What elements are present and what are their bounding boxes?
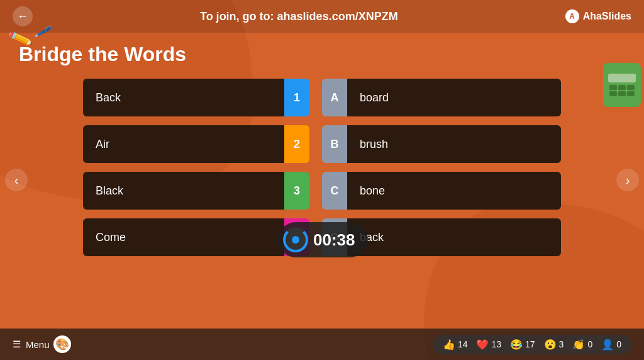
reactions-bar: 👍 14 ❤️ 13 😂 17 😮 3 👏 0 👤 0 [433, 335, 631, 354]
reaction-user[interactable]: 👤 0 [601, 339, 621, 351]
laugh-count: 17 [525, 339, 535, 349]
answer-word-c: bone [347, 172, 561, 210]
join-prefix: To join, go to: [200, 10, 277, 23]
list-item[interactable]: Black 3 [83, 172, 309, 210]
join-url: ahaslides.com/XNPZM [277, 10, 398, 23]
list-item[interactable]: Air 2 [83, 125, 309, 163]
reaction-heart[interactable]: ❤️ 13 [476, 339, 501, 351]
word-number-3: 3 [284, 172, 309, 210]
heart-icon: ❤️ [476, 339, 489, 351]
left-column: Back 1 Air 2 Black 3 Come 4 [83, 79, 309, 256]
reaction-clap[interactable]: 👏 0 [572, 339, 592, 351]
word-label-4: Come [83, 218, 284, 256]
palette-icon: 🎨 [53, 335, 71, 353]
back-arrow-icon: ← [17, 10, 28, 23]
menu-button[interactable]: ☰ Menu [13, 339, 50, 350]
menu-label: Menu [26, 339, 50, 350]
reaction-wow[interactable]: 😮 3 [544, 339, 564, 351]
logo-text: AhaSlides [583, 11, 631, 22]
answer-letter-a: A [322, 79, 347, 116]
user-icon: 👤 [601, 339, 614, 351]
page-title: Bridge the Words [0, 33, 644, 72]
left-arrow-icon: ‹ [14, 173, 19, 188]
word-label-1: Back [83, 79, 284, 116]
word-number-2: 2 [284, 125, 309, 163]
list-item[interactable]: C bone [322, 172, 561, 210]
clap-count: 0 [587, 339, 592, 349]
header: ← To join, go to: ahaslides.com/XNPZM A … [0, 0, 644, 33]
list-item[interactable]: Come 4 [83, 218, 309, 256]
back-button[interactable]: ← [13, 6, 33, 26]
hamburger-icon: ☰ [13, 339, 21, 350]
reaction-laugh[interactable]: 😂 17 [510, 339, 535, 351]
laugh-icon: 😂 [510, 339, 523, 351]
answer-letter-b: B [322, 125, 347, 163]
answer-word-b: brush [347, 125, 561, 163]
word-number-1: 1 [284, 79, 309, 116]
word-label-2: Air [83, 125, 284, 163]
user-count: 0 [616, 339, 621, 349]
heart-count: 13 [491, 339, 501, 349]
timer-display: 00:38 [313, 230, 355, 250]
clap-icon: 👏 [572, 339, 585, 351]
logo: A AhaSlides [565, 9, 631, 23]
next-button[interactable]: › [616, 169, 639, 191]
answer-word-a: board [347, 79, 561, 116]
wow-icon: 😮 [544, 339, 557, 351]
reaction-like[interactable]: 👍 14 [443, 339, 468, 351]
join-info: To join, go to: ahaslides.com/XNPZM [200, 10, 398, 23]
answer-word-d: back [347, 218, 561, 256]
answer-letter-c: C [322, 172, 347, 210]
like-count: 14 [458, 339, 468, 349]
menu-area: ☰ Menu 🎨 [13, 335, 71, 353]
like-icon: 👍 [443, 339, 455, 351]
right-arrow-icon: › [626, 173, 630, 188]
timer: 00:38 [278, 222, 368, 257]
wow-count: 3 [559, 339, 564, 349]
list-item[interactable]: A board [322, 79, 561, 116]
bottom-bar: ☰ Menu 🎨 👍 14 ❤️ 13 😂 17 😮 3 👏 0 👤 0 [0, 329, 644, 360]
word-label-3: Black [83, 172, 284, 210]
list-item[interactable]: B brush [322, 125, 561, 163]
logo-icon: A [565, 9, 579, 23]
timer-circle [283, 227, 308, 252]
list-item[interactable]: Back 1 [83, 79, 309, 116]
prev-button[interactable]: ‹ [5, 169, 28, 191]
timer-dot [292, 236, 299, 244]
